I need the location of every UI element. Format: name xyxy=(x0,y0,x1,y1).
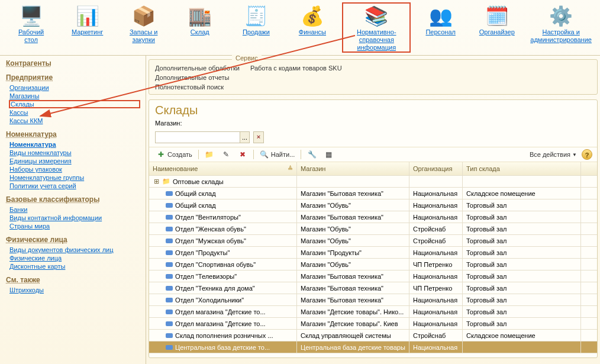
sidebar-item[interactable]: Кассы ККМ xyxy=(9,117,140,124)
sidebar-item[interactable]: Организации xyxy=(9,84,140,91)
sidebar-item[interactable]: Страны мира xyxy=(9,223,140,230)
column-header[interactable]: Тип склада xyxy=(463,162,581,175)
list-panel: Склады Магазин: ... × ✚ Создать 📁 ✎ ✖ xyxy=(149,99,598,358)
sidebar-item[interactable]: Дисконтные карты xyxy=(9,263,140,270)
magazin-filter-input[interactable] xyxy=(156,132,240,143)
sidebar-group-head[interactable]: Предприятие xyxy=(6,73,140,82)
topbar-9[interactable]: ⚙️ Настройка иадминистрирование xyxy=(527,2,595,53)
service-item[interactable]: Дополнительные отчеты xyxy=(155,73,240,82)
topbar-2[interactable]: 📦 Запасы изакупки xyxy=(117,2,170,53)
topbar-icon: 🏬 xyxy=(186,4,214,28)
item-icon xyxy=(166,345,173,350)
topbar-icon: 🧾 xyxy=(242,4,270,28)
item-icon xyxy=(166,298,173,302)
find-button[interactable]: 🔍 Найти... xyxy=(257,149,298,160)
table-row[interactable]: Отдел "Вентиляторы"Магазин "Бытовая техн… xyxy=(149,211,597,223)
content-area: Сервис Дополнительные обработкиДополните… xyxy=(146,56,600,364)
topbar-label: Маркетинг xyxy=(72,28,103,36)
sidebar-item[interactable]: Номенклатурные группы xyxy=(9,174,140,181)
create-folder-button[interactable]: 📁 xyxy=(202,149,217,160)
sidebar-group-head[interactable]: См. также xyxy=(6,276,140,284)
topbar-4[interactable]: 🧾 Продажи xyxy=(230,2,282,53)
item-icon xyxy=(166,203,173,208)
table-row[interactable]: Склад пополнения розничных ...Склад упра… xyxy=(149,330,597,342)
sidebar-item[interactable]: Наборы упаковок xyxy=(9,166,140,173)
topbar-icon: 📚 xyxy=(362,4,391,28)
column-header[interactable]: Наименование≜ xyxy=(149,162,297,175)
sidebar-item[interactable]: Виды документов физических лиц xyxy=(9,246,140,253)
sidebar-group-head[interactable]: Базовые классификаторы xyxy=(6,195,140,204)
topbar-icon: 📊 xyxy=(73,4,102,28)
item-icon xyxy=(166,262,173,267)
table-row[interactable]: Общий складМагазин "Бытовая техника"Наци… xyxy=(149,188,597,199)
topbar-icon: 📦 xyxy=(130,4,158,28)
topbar-label: Персонал xyxy=(425,28,456,36)
sidebar-item[interactable]: Виды контактной информации xyxy=(9,214,140,221)
table-row[interactable]: Отдел магазина "Детские то...Магазин "Де… xyxy=(149,306,597,318)
table-row[interactable]: Отдел "Холодильники"Магазин "Бытовая тех… xyxy=(149,294,597,306)
sidebar-item[interactable]: Магазины xyxy=(9,92,140,99)
table-row[interactable]: Отдел "Мужская обувь"Магазин "Обувь"Стро… xyxy=(149,235,597,247)
sidebar-group-head[interactable]: Контрагенты xyxy=(6,59,140,67)
topbar-6[interactable]: 📚 Нормативно-справочнаяинформация xyxy=(342,2,411,53)
sidebar-item[interactable]: Виды номенклатуры xyxy=(9,149,140,156)
table-row[interactable]: Центральная база детские то...Центральна… xyxy=(149,342,597,353)
item-icon xyxy=(166,286,173,291)
topbar-3[interactable]: 🏬 Склад xyxy=(173,2,226,53)
table-header: Наименование≜МагазинОрганизацияТип склад… xyxy=(149,162,597,176)
column-header[interactable]: Организация xyxy=(409,162,463,175)
topbar-1[interactable]: 📊 Маркетинг xyxy=(61,2,114,53)
sidebar-item[interactable]: Банки xyxy=(9,206,140,213)
topbar-0[interactable]: 🖥️ Рабочийстол xyxy=(5,2,57,53)
topbar-8[interactable]: 🗓️ Органайзер xyxy=(470,2,523,53)
warehouse-table: Наименование≜МагазинОрганизацияТип склад… xyxy=(149,162,597,357)
sidebar-item[interactable]: Единицы измерения xyxy=(9,157,140,165)
topbar-icon: 🗓️ xyxy=(483,4,511,28)
refresh-button[interactable]: 🔧 xyxy=(305,149,319,160)
service-item[interactable]: Полнотекстовый поиск xyxy=(155,82,240,92)
topbar-label: Склад xyxy=(191,28,209,36)
topbar-5[interactable]: 💰 Финансы xyxy=(286,2,338,53)
sidebar-item[interactable]: Политики учета серий xyxy=(9,182,140,189)
delete-button[interactable]: ✖ xyxy=(236,149,250,160)
table-row[interactable]: Отдел "Телевизоры"Магазин "Бытовая техни… xyxy=(149,270,597,282)
expand-icon[interactable]: ⊞ xyxy=(153,178,160,185)
item-icon xyxy=(166,191,173,196)
topbar-icon: 👥 xyxy=(427,4,455,28)
help-icon[interactable]: ? xyxy=(582,149,592,160)
table-row[interactable]: Отдел магазина "Детские то...Магазин "Де… xyxy=(149,318,597,330)
table-row[interactable]: Общий складМагазин "Обувь"НациональнаяТо… xyxy=(149,199,597,211)
clear-filter-button[interactable]: × xyxy=(253,131,264,143)
table-row[interactable]: Отдел "Женская обувь"Магазин "Обувь"Стро… xyxy=(149,223,597,235)
service-item[interactable]: Работа с кодами товаров SKU xyxy=(250,63,342,73)
topbar-label: Рабочийстол xyxy=(18,28,44,44)
table-icon: ▦ xyxy=(324,150,333,159)
create-button[interactable]: ✚ Создать xyxy=(154,149,195,160)
sidebar: КонтрагентыПредприятиеОрганизацииМагазин… xyxy=(0,56,146,364)
topbar-7[interactable]: 👥 Персонал xyxy=(414,2,467,53)
sidebar-item[interactable]: Номенклатура xyxy=(9,141,140,148)
service-item[interactable]: Дополнительные обработки xyxy=(155,63,240,73)
sidebar-item[interactable]: Физические лица xyxy=(9,255,140,262)
sidebar-item[interactable]: Склады xyxy=(9,101,140,108)
table-row[interactable]: Отдел "Техника для дома"Магазин "Бытовая… xyxy=(149,282,597,294)
item-icon xyxy=(166,215,173,220)
service-panel: Сервис Дополнительные обработкиДополните… xyxy=(149,59,598,95)
sidebar-item[interactable]: Штрихкоды xyxy=(9,286,140,294)
all-actions-button[interactable]: Все действия ▼ xyxy=(527,150,579,159)
topbar-label: Нормативно-справочнаяинформация xyxy=(343,28,409,51)
topbar-icon: ⚙️ xyxy=(547,4,575,28)
sidebar-group-head[interactable]: Физические лица xyxy=(6,236,140,244)
table-row[interactable]: Отдел "Продукты"Магазин "Продукты"Национ… xyxy=(149,247,597,259)
sidebar-group-head[interactable]: Номенклатура xyxy=(6,130,140,138)
topbar-label: Продажи xyxy=(243,28,270,36)
sidebar-item[interactable]: Кассы xyxy=(9,109,140,116)
lookup-button[interactable]: ... xyxy=(240,132,249,143)
top-toolbar: 🖥️ Рабочийстол📊 Маркетинг📦 Запасы изакуп… xyxy=(0,0,600,56)
settings-button[interactable]: ▦ xyxy=(321,149,336,160)
column-header[interactable]: Магазин xyxy=(297,162,409,175)
delete-icon: ✖ xyxy=(238,150,247,159)
table-row[interactable]: ⊞📁Оптовые склады xyxy=(149,176,597,188)
table-row[interactable]: Отдел "Спортивная обувь"Магазин "Обувь"Ч… xyxy=(149,259,597,270)
edit-button[interactable]: ✎ xyxy=(219,149,233,160)
